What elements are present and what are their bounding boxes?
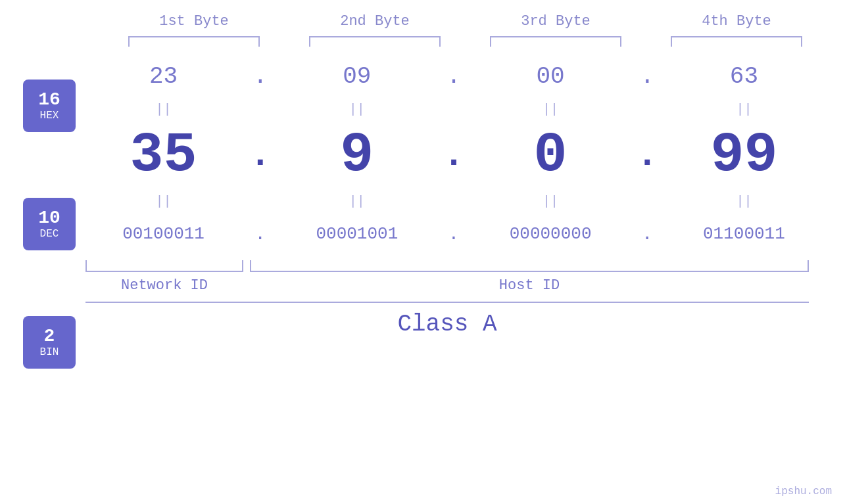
dec-b3-cell: 0 [478, 124, 623, 187]
bin-badge-number: 2 [44, 327, 55, 347]
dec-b2-cell: 9 [285, 124, 429, 187]
bin-b2-cell: 00001001 [285, 224, 429, 244]
bracket-top-3 [490, 36, 621, 47]
hex-b3-cell: 00 [478, 63, 623, 90]
bin-b3-cell: 00000000 [478, 224, 623, 244]
host-id-bracket [250, 260, 809, 272]
hex-dot-3: . [634, 63, 660, 90]
bin-b2-value: 00001001 [316, 224, 398, 244]
byte4-header: 4th Byte [664, 13, 809, 30]
hex-b4-value: 63 [730, 63, 758, 90]
hex-dot-1: . [247, 63, 274, 90]
network-id-label: Network ID [85, 277, 243, 294]
hex-dot-2: . [441, 63, 467, 90]
sep1-b4: || [671, 102, 816, 117]
dec-dot-1: . [247, 135, 274, 176]
hex-b2-cell: 09 [285, 63, 429, 90]
bin-b1-value: 00100011 [122, 224, 205, 244]
bracket-top-2 [309, 36, 441, 47]
hex-badge: 16 HEX [23, 80, 76, 132]
hex-b1-value: 23 [149, 63, 178, 90]
byte3-header: 3rd Byte [483, 13, 628, 30]
sep1-b3: || [478, 102, 623, 117]
hex-b2-value: 09 [343, 63, 371, 90]
hex-badge-number: 16 [38, 90, 60, 110]
network-id-bracket [85, 260, 243, 272]
dec-b4-value: 99 [710, 124, 777, 187]
dec-b3-value: 0 [534, 124, 567, 187]
dec-badge-label: DEC [40, 228, 59, 240]
id-labels: Network ID Host ID [85, 277, 809, 294]
bin-dot-3: . [634, 224, 660, 244]
bin-badge: 2 BIN [23, 316, 76, 369]
bottom-brackets [85, 260, 809, 272]
badges-column: 16 HEX 10 DEC 2 BIN [0, 47, 85, 401]
top-brackets [104, 36, 827, 47]
bin-dot-2: . [441, 224, 467, 244]
byte-headers: 1st Byte 2nd Byte 3rd Byte 4th Byte [104, 13, 827, 30]
host-id-label: Host ID [250, 277, 809, 294]
byte1-header: 1st Byte [122, 13, 266, 30]
dec-badge-number: 10 [38, 208, 60, 229]
sep1-b1: || [91, 102, 236, 117]
watermark: ipshu.com [775, 486, 832, 497]
sep1-b2: || [285, 102, 429, 117]
bin-b3-value: 00000000 [510, 224, 592, 244]
bin-badge-label: BIN [40, 346, 59, 358]
main-container: 1st Byte 2nd Byte 3rd Byte 4th Byte 16 H… [0, 0, 845, 504]
class-label: Class A [85, 311, 809, 338]
dec-badge: 10 DEC [23, 198, 76, 250]
dec-dot-3: . [634, 135, 660, 176]
class-divider [85, 302, 809, 303]
dec-b1-value: 35 [130, 124, 197, 187]
dec-dot-2: . [441, 135, 467, 176]
hex-b1-cell: 23 [91, 63, 236, 90]
sep2-b4: || [671, 194, 816, 209]
bin-b4-cell: 01100011 [671, 224, 816, 244]
dec-b1-cell: 35 [91, 124, 236, 187]
dec-b4-cell: 99 [671, 124, 816, 187]
sep2-b1: || [91, 194, 236, 209]
sep2-b2: || [285, 194, 429, 209]
dec-b2-value: 9 [340, 124, 374, 187]
hex-badge-label: HEX [40, 110, 59, 122]
hex-b3-value: 00 [537, 63, 565, 90]
class-section: Class A [85, 302, 809, 338]
hex-b4-cell: 63 [671, 63, 816, 90]
bracket-top-1 [128, 36, 260, 47]
bin-dot-1: . [247, 224, 274, 244]
sep2-b3: || [478, 194, 623, 209]
byte2-header: 2nd Byte [302, 13, 447, 30]
bracket-top-4 [671, 36, 802, 47]
bin-b1-cell: 00100011 [91, 224, 236, 244]
bin-b4-value: 01100011 [703, 224, 785, 244]
